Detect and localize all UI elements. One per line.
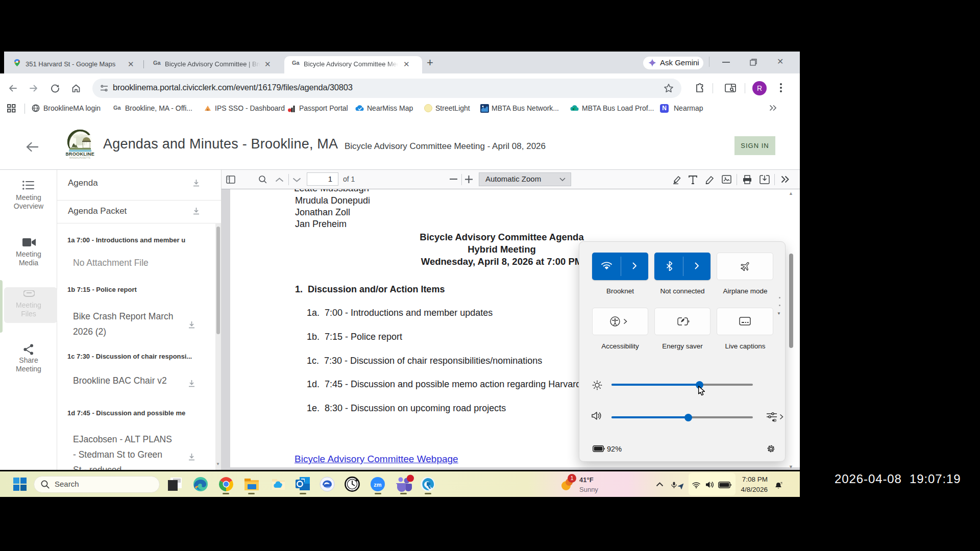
svg-text:MASSACHUSETTS: MASSACHUSETTS [69,157,90,159]
svg-text:zm: zm [374,482,382,488]
svg-text:BROOKLINE: BROOKLINE [66,152,94,157]
